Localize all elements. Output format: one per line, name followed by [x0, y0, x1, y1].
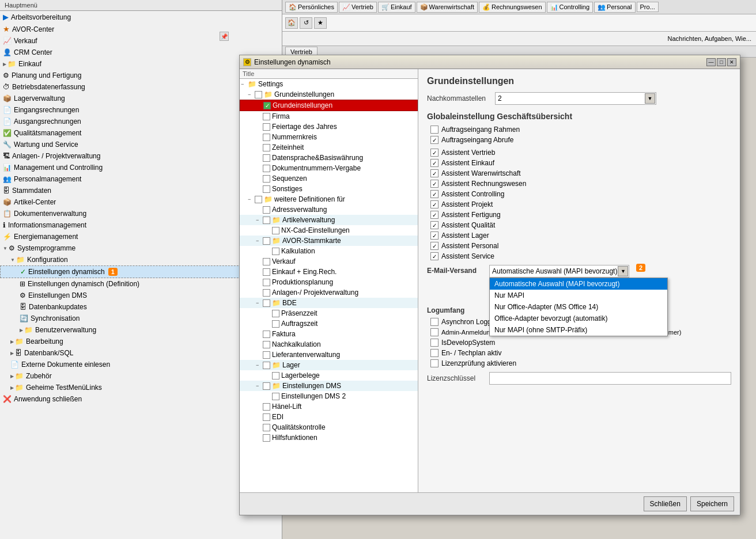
chk-feiertage[interactable] [263, 123, 270, 131]
nav-personal[interactable]: 👥 Personal [594, 2, 635, 13]
tree-item-settings[interactable]: − 📁 Settings [240, 79, 418, 89]
chk-sonstiges[interactable] [263, 185, 270, 193]
chk-ass-personal[interactable]: ✓ [430, 242, 439, 250]
tree-item-hanel[interactable]: Hänel-Lift [240, 401, 418, 412]
tree-item-einkauf-eing[interactable]: Einkauf + Eing.Rech. [240, 267, 418, 277]
chk-isdev[interactable] [430, 339, 439, 347]
email-dropdown-btn[interactable]: Automatische Auswahl (MAPI bevorzugt) [489, 265, 629, 278]
nav-rechnungswesen[interactable]: 💰 Rechnungswesen [479, 2, 545, 13]
tree-item-doknummern[interactable]: Dokumentnummern-Vergabe [240, 163, 418, 173]
tree-item-auftragszeit[interactable]: Auftragszeit [240, 318, 418, 329]
tree-item-grundeinst-selected[interactable]: ✓ Grundeinstellungen [240, 100, 418, 111]
lizenzschluessel-input[interactable] [489, 372, 731, 385]
tree-item-zeiteinheit[interactable]: Zeiteinheit [240, 142, 418, 153]
cb-assistent-controlling[interactable]: ✓ Assistent Controlling [430, 190, 731, 198]
cb-assistent-rechnungswesen[interactable]: ✓ Assistent Rechnungswesen [430, 180, 731, 188]
chk-artikel[interactable] [263, 217, 270, 224]
chk-nx[interactable] [272, 227, 279, 234]
cb-assistent-lager[interactable]: ✓ Assistent Lager [430, 231, 731, 240]
tree-item-hilfsfunktionen[interactable]: Hilfsfunktionen [240, 432, 418, 443]
chk-edi[interactable] [263, 413, 270, 421]
save-button[interactable]: Speichern [690, 496, 734, 511]
tool-btn-2[interactable]: ↺ [300, 17, 312, 29]
tree-item-anlagen-proj[interactable]: Anlagen-/ Projektverwaltung [240, 287, 418, 298]
chk-qualitaet[interactable] [263, 424, 270, 431]
tree-item-faktura[interactable]: Faktura [240, 329, 418, 339]
tree-item-sonstiges[interactable]: Sonstiges [240, 184, 418, 194]
chk-sequenzen[interactable] [263, 175, 270, 183]
chk-ass-einkauf[interactable]: ✓ [430, 159, 439, 167]
chk-lager[interactable] [263, 362, 270, 369]
chk-ass-proj[interactable]: ✓ [430, 200, 439, 208]
cb-assistent-projekt[interactable]: ✓ Assistent Projekt [430, 200, 731, 208]
cb-assistent-warenwirtschaft[interactable]: ✓ Assistent Warenwirtschaft [430, 169, 731, 177]
tree-item-bde[interactable]: − 📁 BDE [240, 298, 418, 308]
nachkommastellen-dropdown-arrow[interactable]: ▼ [645, 93, 655, 104]
email-option-3[interactable]: Nur Office-Adapter (MS Office 14) [490, 301, 667, 313]
chk-dms2[interactable] [272, 393, 279, 400]
tool-btn-3[interactable]: ★ [314, 17, 327, 29]
nav-einkauf[interactable]: 🛒 Einkauf [378, 2, 415, 13]
cb-techplan[interactable]: En- / Techplan aktiv [427, 349, 731, 357]
chk-nummernkreis[interactable] [263, 134, 270, 141]
tree-item-nachkalk[interactable]: Nachkalkulation [240, 339, 418, 350]
cb-assistent-vertrieb[interactable]: ✓ Assistent Vertrieb [430, 149, 731, 157]
cb-auftragseingang-abrufe[interactable]: ✓ Auftragseingang Abrufe [427, 136, 731, 144]
tree-item-lieferantenverwaltung[interactable]: Lieferantenverwaltung [240, 350, 418, 360]
chk-prod[interactable] [263, 279, 270, 286]
chk-auftrag-rahmen[interactable] [430, 126, 439, 134]
chk-anlagen[interactable] [263, 289, 270, 297]
nav-controlling[interactable]: 📊 Controlling [547, 2, 594, 13]
tree-item-verkauf[interactable]: Verkauf [240, 256, 418, 267]
chk-lagerbelege[interactable] [272, 372, 279, 379]
chk-hilfs[interactable] [263, 434, 270, 442]
email-dropdown-arrow[interactable]: ▼ [618, 266, 628, 276]
email-option-4[interactable]: Office-Adapter bevorzugt (automatik) [490, 313, 667, 324]
chk-ass-lager[interactable]: ✓ [430, 231, 439, 240]
cb-assistent-einkauf[interactable]: ✓ Assistent Einkauf [430, 159, 731, 167]
tree-item-produktionsplanung[interactable]: Produktionsplanung [240, 277, 418, 287]
chk-nachkalk[interactable] [263, 341, 270, 348]
sidebar-item-verkauf[interactable]: 📈 Verkauf [0, 35, 282, 47]
chk-admin[interactable] [430, 328, 439, 336]
dialog-minimize-btn[interactable]: — [706, 58, 716, 66]
chk-zeiteinheit[interactable] [263, 144, 270, 151]
tree-item-nx-cad[interactable]: NX-Cad-Einstellungen [240, 225, 418, 236]
nachkommastellen-input[interactable] [495, 92, 656, 105]
sidebar-item-arbeitsvorbereitung[interactable]: ▶ Arbeitsvorbereitung [0, 11, 282, 23]
cb-isdevelop[interactable]: IsDevelopSystem [427, 339, 731, 347]
cb-assistent-service[interactable]: ✓ Assistent Service [430, 252, 731, 260]
close-button[interactable]: Schließen [644, 496, 687, 511]
tree-item-einst-dms-folder[interactable]: − 📁 Einstellungen DMS [240, 381, 418, 391]
chk-verkauf[interactable] [263, 258, 270, 265]
sidebar-pin[interactable]: 📌 [220, 32, 229, 41]
email-option-1[interactable]: Automatische Auswahl (MAPI bevorzugt) [490, 278, 667, 290]
tree-item-lagerbelege[interactable]: Lagerbelege [240, 370, 418, 381]
chk-ass-fert[interactable]: ✓ [430, 211, 439, 219]
chk-grundeinst-folder[interactable] [255, 91, 262, 98]
tree-item-praesenzzeit[interactable]: Präsenzzeit [240, 308, 418, 318]
cb-auftragseingang-rahmen[interactable]: Auftragseingang Rahmen [427, 126, 731, 134]
cb-assistent-qualitaet[interactable]: ✓ Assistent Qualität [430, 221, 731, 229]
email-option-5[interactable]: Nur MAPI (ohne SMTP-Präfix) [490, 324, 667, 336]
tree-item-weitere[interactable]: − 📁 weitere Definitionen für [240, 194, 418, 204]
tree-item-lager[interactable]: − 📁 Lager [240, 360, 418, 370]
chk-auftrag-abrufe[interactable]: ✓ [430, 136, 439, 144]
chk-avor-stamm[interactable] [263, 237, 270, 245]
tool-btn-1[interactable]: 🏠 [285, 17, 298, 29]
dialog-maximize-btn[interactable]: □ [717, 58, 726, 66]
nav-pro[interactable]: Pro... [637, 2, 659, 12]
nav-vertrieb[interactable]: 📈 Vertrieb [339, 2, 377, 13]
tree-item-nummernkreis[interactable]: Nummernkreis [240, 132, 418, 142]
sidebar-item-avor-center[interactable]: ★ AVOR-Center [0, 23, 282, 35]
tree-item-datensprache[interactable]: Datensprache&Basiswährung [240, 153, 418, 163]
chk-ass-ctrl[interactable]: ✓ [430, 190, 439, 198]
chk-techplan[interactable] [430, 349, 439, 357]
chk-auftragszeit[interactable] [272, 320, 279, 328]
chk-ass-rechnung[interactable]: ✓ [430, 180, 439, 188]
tree-item-feiertage[interactable]: Feiertage des Jahres [240, 122, 418, 132]
cb-assistent-fertigung[interactable]: ✓ Assistent Fertigung [430, 211, 731, 219]
tree-item-kalkulation[interactable]: Kalkulation [240, 246, 418, 256]
tree-item-sequenzen[interactable]: Sequenzen [240, 173, 418, 184]
chk-lieferant[interactable] [263, 351, 270, 359]
